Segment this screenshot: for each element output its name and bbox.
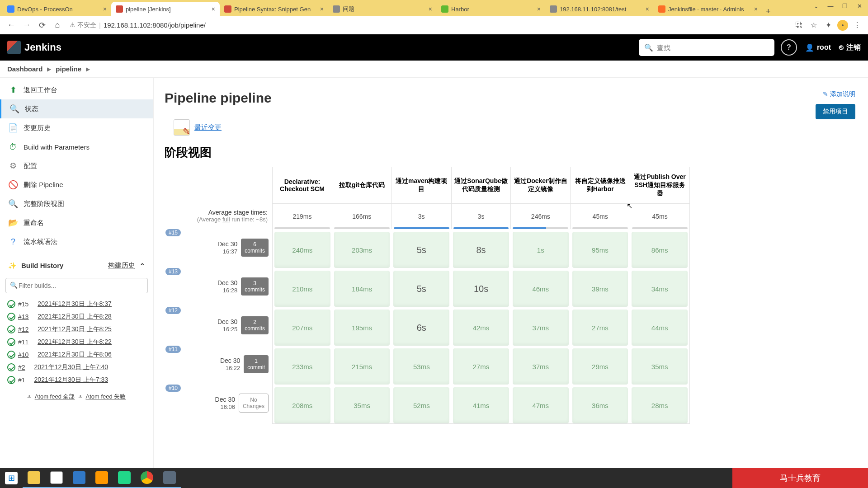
browser-tab[interactable]: DevOps - ProcessOn× (3, 2, 111, 16)
stage-cell[interactable]: 35ms (632, 348, 688, 385)
tab-close[interactable]: × (754, 5, 758, 13)
stage-cell[interactable]: 47ms (513, 387, 569, 423)
build-time[interactable]: 2021年12月30日 上午8:06 (31, 351, 146, 359)
stage-cell[interactable]: 34ms (632, 271, 688, 307)
stage-cell[interactable]: 195ms (334, 310, 390, 346)
nav-forward[interactable]: → (21, 19, 33, 31)
run-row-meta[interactable]: #15 Dec 3016:37 6commits (165, 228, 272, 267)
commits-badge[interactable]: NoChanges (239, 394, 269, 413)
stage-cell[interactable]: 53ms (393, 348, 449, 385)
stage-cell[interactable]: 37ms (513, 348, 569, 385)
window-close[interactable]: ✕ (853, 2, 866, 10)
browser-tab[interactable]: Pipeline Syntax: Snippet Gen× (220, 2, 328, 16)
stage-cell[interactable]: 27ms (572, 310, 628, 346)
stage-cell[interactable]: 215ms (334, 348, 390, 385)
window-minimize[interactable]: — (824, 2, 837, 10)
stage-cell[interactable]: 36ms (572, 387, 628, 423)
stage-cell[interactable]: 39ms (572, 271, 628, 307)
breadcrumb-pipeline[interactable]: pipeline (56, 65, 81, 73)
browser-tab[interactable]: 问题× (328, 2, 437, 16)
commits-badge[interactable]: 1commit (244, 355, 269, 373)
stage-cell[interactable]: 8s (453, 232, 509, 268)
stage-cell[interactable]: 95ms (572, 232, 628, 268)
stage-cell[interactable]: 46ms (513, 271, 569, 307)
add-description-link[interactable]: 添加说明 (816, 90, 855, 99)
window-maximize[interactable]: ❐ (838, 2, 852, 10)
stage-cell[interactable]: 207ms (274, 310, 330, 346)
stage-cell[interactable]: 42ms (453, 310, 509, 346)
sidebar-item[interactable]: 📄变更历史 (0, 118, 153, 137)
browser-tab[interactable]: pipeline [Jenkins]× (111, 2, 220, 16)
stage-cell[interactable]: 233ms (274, 348, 330, 385)
translate-button[interactable]: ⿻ (794, 21, 805, 29)
build-row[interactable]: #132021年12月30日 上午8:28 (5, 310, 149, 323)
new-tab-button[interactable]: + (762, 7, 774, 16)
taskbar-app[interactable] (113, 468, 136, 488)
build-row[interactable]: #102021年12月30日 上午8:06 (5, 348, 149, 361)
atom-feed-all[interactable]: Atom feed 全部 (35, 393, 75, 401)
stage-cell[interactable]: 208ms (274, 387, 330, 423)
sidebar-item[interactable]: ?流水线语法 (0, 232, 153, 251)
run-row-meta[interactable]: #11 Dec 3016:22 1commit (165, 345, 272, 384)
sidebar-item[interactable]: 🔍完整阶段视图 (0, 194, 153, 213)
stage-cell[interactable]: 5s (393, 232, 449, 268)
stage-cell[interactable]: 240ms (274, 232, 330, 268)
build-row[interactable]: #12021年12月30日 上午7:33 (5, 374, 149, 386)
build-row[interactable]: #122021年12月30日 上午8:25 (5, 323, 149, 336)
build-time[interactable]: 2021年12月30日 上午8:28 (31, 313, 146, 321)
taskbar-app[interactable] (90, 468, 113, 488)
stage-cell[interactable]: 10s (453, 271, 509, 307)
user-link[interactable]: 👤 root (805, 43, 831, 52)
tabs-dropdown-button[interactable]: ⌄ (809, 2, 823, 10)
profile-button[interactable]: • (837, 20, 848, 31)
sidebar-item[interactable]: 🚫删除 Pipeline (0, 175, 153, 194)
build-row[interactable]: #112021年12月30日 上午8:22 (5, 336, 149, 348)
build-time[interactable]: 2021年12月30日 上午8:37 (31, 300, 146, 308)
tab-close[interactable]: × (103, 5, 107, 13)
stage-cell[interactable]: 27ms (453, 348, 509, 385)
browser-tab[interactable]: 192.168.11.102:8081/test× (545, 2, 654, 16)
stage-cell[interactable]: 184ms (334, 271, 390, 307)
tab-close[interactable]: × (212, 5, 215, 13)
stage-cell[interactable]: 37ms (513, 310, 569, 346)
nav-home[interactable]: ⌂ (52, 19, 63, 31)
build-history-header[interactable]: ✨ Build History 构建历史 ⌃ (0, 256, 153, 275)
stage-cell[interactable]: 203ms (334, 232, 390, 268)
taskbar-chrome[interactable] (136, 468, 158, 488)
start-button[interactable]: ⊞ (0, 468, 23, 488)
stage-cell[interactable]: 52ms (393, 387, 449, 423)
nav-reload[interactable]: ⟳ (36, 19, 48, 31)
build-filter-input[interactable] (5, 278, 148, 293)
commits-badge[interactable]: 3commits (241, 277, 269, 296)
taskbar-app[interactable] (45, 468, 68, 488)
commits-badge[interactable]: 6commits (241, 239, 269, 257)
build-number[interactable]: #2 (18, 364, 25, 371)
stage-cell[interactable]: 210ms (274, 271, 330, 307)
commits-badge[interactable]: 2commits (241, 316, 269, 334)
jenkins-logo[interactable]: Jenkins (7, 41, 61, 54)
taskbar-explorer[interactable] (23, 468, 45, 488)
build-number[interactable]: #12 (18, 326, 28, 333)
stage-cell[interactable]: 44ms (632, 310, 688, 346)
atom-feed-fail[interactable]: Atom feed 失败 (86, 393, 126, 401)
extensions-button[interactable]: ✦ (823, 21, 834, 29)
tab-close[interactable]: × (429, 5, 432, 13)
tab-close[interactable]: × (537, 5, 541, 13)
browser-tab[interactable]: Harbor× (437, 2, 545, 16)
tab-close[interactable]: × (646, 5, 649, 13)
build-number[interactable]: #10 (18, 351, 28, 358)
build-row[interactable]: #152021年12月30日 上午8:37 (5, 298, 149, 310)
build-time[interactable]: 2021年12月30日 上午7:40 (28, 363, 146, 371)
tab-close[interactable]: × (320, 5, 324, 13)
stage-cell[interactable]: 41ms (453, 387, 509, 423)
browser-tab[interactable]: Jenkinsfile · master · Adminis× (654, 2, 762, 16)
stage-cell[interactable]: 29ms (572, 348, 628, 385)
build-time[interactable]: 2021年12月30日 上午7:33 (28, 376, 146, 384)
breadcrumb-dashboard[interactable]: Dashboard (7, 65, 42, 73)
build-number[interactable]: #1 (18, 376, 25, 384)
run-row-meta[interactable]: #10 Dec 3016:06 NoChanges (165, 384, 272, 422)
build-time[interactable]: 2021年12月30日 上午8:22 (31, 338, 146, 346)
taskbar-app[interactable] (68, 468, 90, 488)
search-box[interactable]: 🔍 (639, 39, 774, 56)
sidebar-item[interactable]: ⬆返回工作台 (0, 80, 153, 99)
